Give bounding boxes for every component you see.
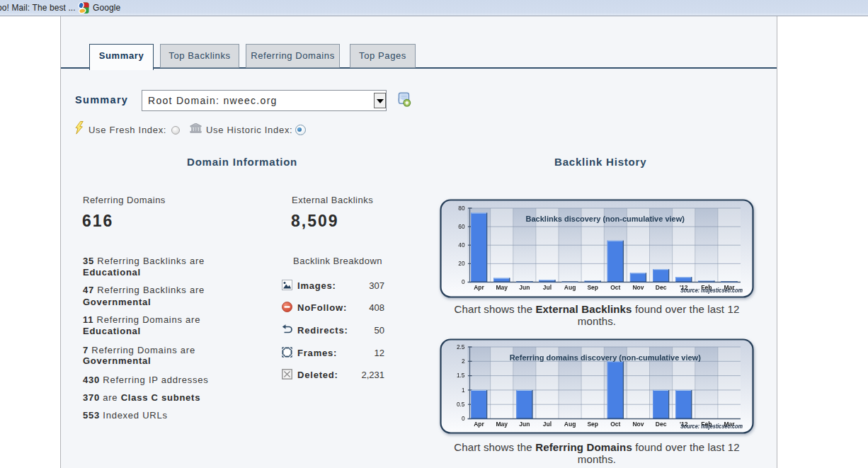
svg-text:60: 60 [458,223,465,230]
svg-text:Dec: Dec [656,284,667,291]
svg-text:Nov: Nov [632,421,644,428]
svg-text:2: 2 [462,358,465,365]
svg-text:1.5: 1.5 [457,372,465,379]
svg-text:May: May [496,421,508,428]
svg-text:Source: majesticseo.com: Source: majesticseo.com [680,287,743,294]
svg-text:Backlinks discovery (non-cumul: Backlinks discovery (non-cumulative view… [526,215,685,223]
svg-text:0.5: 0.5 [457,401,465,408]
svg-text:20: 20 [458,260,465,267]
svg-text:Aug: Aug [564,284,576,291]
svg-text:Oct: Oct [610,284,620,291]
svg-text:Aug: Aug [564,421,576,428]
svg-text:2.5: 2.5 [457,343,465,350]
svg-text:Apr: Apr [474,284,484,291]
svg-text:Apr: Apr [474,421,484,428]
svg-text:80: 80 [458,205,465,212]
svg-text:Jun: Jun [519,284,530,291]
svg-text:1: 1 [462,387,465,394]
svg-text:Nov: Nov [632,284,644,291]
svg-text:Dec: Dec [656,421,667,428]
svg-text:Sep: Sep [587,284,598,291]
svg-text:Oct: Oct [610,421,620,428]
svg-text:0: 0 [462,415,465,422]
svg-text:40: 40 [458,241,465,249]
svg-text:Jul: Jul [543,284,552,291]
svg-text:Jun: Jun [519,421,530,428]
svg-text:Referring domains discovery (n: Referring domains discovery (non-cumulat… [510,353,702,362]
svg-text:Source: majesticseo.com: Source: majesticseo.com [680,423,743,430]
svg-text:May: May [496,284,508,291]
svg-text:0: 0 [462,278,465,285]
svg-text:Sep: Sep [587,421,598,428]
svg-text:Jul: Jul [543,421,552,428]
